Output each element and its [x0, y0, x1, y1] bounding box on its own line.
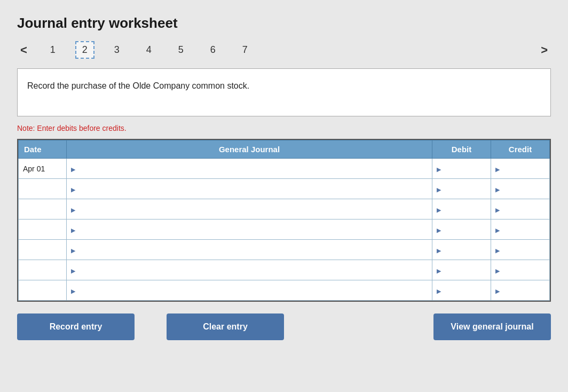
- header-date: Date: [19, 140, 67, 159]
- record-entry-button[interactable]: Record entry: [17, 313, 135, 340]
- row5-debit[interactable]: [432, 240, 491, 260]
- journal-table-wrapper: Date General Journal Debit Credit Apr 01: [17, 139, 551, 302]
- header-credit: Credit: [491, 140, 550, 159]
- row7-date[interactable]: [19, 280, 67, 301]
- row1-credit[interactable]: [491, 159, 550, 179]
- view-general-journal-button[interactable]: View general journal: [433, 313, 551, 340]
- row3-debit[interactable]: [432, 199, 491, 219]
- row5-credit[interactable]: [491, 240, 550, 260]
- table-row: [19, 260, 550, 280]
- row7-journal[interactable]: [67, 280, 432, 301]
- buttons-row: Record entry Clear entry View general jo…: [17, 313, 551, 340]
- table-row: Apr 01: [19, 159, 550, 179]
- row6-credit[interactable]: [491, 260, 550, 280]
- page-4[interactable]: 4: [139, 42, 159, 58]
- table-row: [19, 199, 550, 219]
- row6-journal[interactable]: [67, 260, 432, 280]
- page-3[interactable]: 3: [107, 42, 127, 58]
- row3-journal[interactable]: [67, 199, 432, 219]
- next-arrow[interactable]: >: [538, 42, 551, 58]
- clear-entry-button[interactable]: Clear entry: [167, 313, 284, 340]
- row5-journal[interactable]: [67, 240, 432, 260]
- note-text: Note: Enter debits before credits.: [17, 124, 551, 132]
- row7-credit[interactable]: [491, 280, 550, 301]
- header-journal: General Journal: [67, 140, 432, 159]
- row2-credit[interactable]: [491, 179, 550, 199]
- table-row: [19, 240, 550, 260]
- header-debit: Debit: [432, 140, 491, 159]
- table-row: [19, 179, 550, 199]
- row5-date[interactable]: [19, 240, 67, 260]
- row4-debit[interactable]: [432, 219, 491, 240]
- row7-debit[interactable]: [432, 280, 491, 301]
- row6-debit[interactable]: [432, 260, 491, 280]
- table-row: [19, 219, 550, 240]
- journal-table: Date General Journal Debit Credit Apr 01: [18, 140, 550, 301]
- worksheet-container: Journal entry worksheet < 1 2 3 4 5 6 7 …: [0, 0, 568, 392]
- page-5[interactable]: 5: [171, 42, 191, 58]
- row3-date[interactable]: [19, 199, 67, 219]
- row4-credit[interactable]: [491, 219, 550, 240]
- row2-journal[interactable]: [67, 179, 432, 199]
- row4-journal[interactable]: [67, 219, 432, 240]
- page-6[interactable]: 6: [203, 42, 223, 58]
- page-2[interactable]: 2: [75, 41, 94, 59]
- row1-debit[interactable]: [432, 159, 491, 179]
- row2-debit[interactable]: [432, 179, 491, 199]
- page-title: Journal entry worksheet: [17, 15, 551, 32]
- pagination: < 1 2 3 4 5 6 7 >: [17, 41, 551, 59]
- row4-date[interactable]: [19, 219, 67, 240]
- description-box: Record the purchase of the Olde Company …: [17, 68, 551, 116]
- page-1[interactable]: 1: [43, 42, 62, 58]
- row2-date[interactable]: [19, 179, 67, 199]
- description-text: Record the purchase of the Olde Company …: [27, 81, 249, 90]
- row1-journal[interactable]: [67, 159, 432, 179]
- row1-date[interactable]: Apr 01: [19, 159, 67, 179]
- page-7[interactable]: 7: [235, 42, 255, 58]
- row6-date[interactable]: [19, 260, 67, 280]
- table-row: [19, 280, 550, 301]
- prev-arrow[interactable]: <: [17, 42, 30, 58]
- row3-credit[interactable]: [491, 199, 550, 219]
